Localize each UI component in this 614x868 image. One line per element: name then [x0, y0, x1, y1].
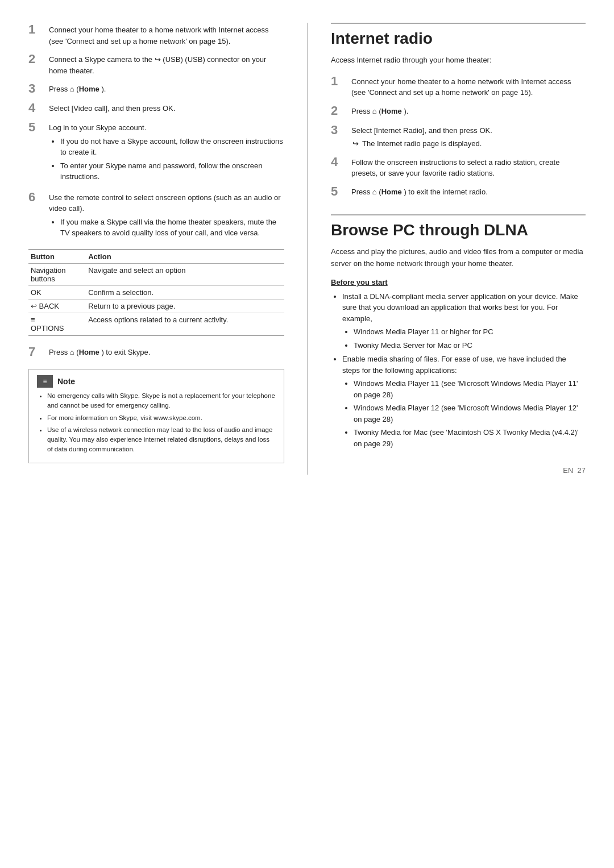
step-3-number: 3 — [28, 82, 44, 95]
note-item: Use of a wireless network connection may… — [47, 425, 276, 455]
browse-sub-item: Windows Media Player 12 (see 'Microsoft … — [354, 402, 586, 425]
table-cell-action: Access options related to a current acti… — [86, 313, 284, 335]
ir-step-3-number: 3 — [331, 123, 347, 137]
note-icon: ≡ — [37, 375, 53, 388]
step-6: 6 Use the remote control to select onscr… — [28, 190, 284, 241]
note-box: ≡ Note No emergency calls with Skype. Sk… — [28, 369, 284, 463]
step-5: 5 Log in to your Skype account. If you d… — [28, 121, 284, 185]
note-list: No emergency calls with Skype. Skype is … — [37, 391, 276, 455]
step-3: 3 Press ⌂ (Home ). — [28, 82, 284, 95]
step-1-content: Connect your home theater to a home netw… — [49, 23, 284, 47]
footer-lang: EN — [563, 466, 573, 475]
step-7-number: 7 — [28, 345, 44, 359]
step-6-content: Use the remote control to select onscree… — [49, 190, 284, 241]
usb-icon: ↪ (USB) — [155, 55, 183, 64]
table-row: Navigationbuttons Navigate and select an… — [28, 263, 284, 285]
step-4: 4 Select [Video call], and then press OK… — [28, 101, 284, 115]
step-4-content: Select [Video call], and then press OK. — [49, 101, 175, 114]
before-start-label: Before you start — [331, 278, 586, 286]
sub-item: To enter your Skype name and password, f… — [60, 160, 284, 182]
step-2-content: Connect a Skype camera to the ↪ (USB) (U… — [49, 52, 284, 76]
ir-step-2: 2 Press ⌂ (Home ). — [331, 104, 586, 118]
right-column: Internet radio Access Internet radio thr… — [307, 23, 586, 475]
left-column: 1 Connect your home theater to a home ne… — [28, 23, 284, 475]
browse-sub-item: Twonky Media for Mac (see 'Macintosh OS … — [354, 427, 586, 449]
internet-radio-steps: 1 Connect your home theater to a home ne… — [331, 74, 586, 198]
table-row: OK Confirm a selection. — [28, 285, 284, 299]
footer-page: 27 — [578, 466, 586, 475]
ir-step-4: 4 Follow the onscreen instructions to se… — [331, 155, 586, 179]
browse-items: Install a DLNA-compliant media server ap… — [331, 291, 586, 450]
ir-step-1-number: 1 — [331, 74, 347, 88]
step-5-sublist: If you do not have a Skype account, foll… — [49, 136, 284, 182]
step-5-content: Log in to your Skype account. If you do … — [49, 121, 284, 185]
table-cell-button: ≡OPTIONS — [28, 313, 86, 335]
note-item: No emergency calls with Skype. Skype is … — [47, 391, 276, 411]
home-icon: ⌂ (Home — [372, 188, 402, 196]
ir-step-5-content: Press ⌂ (Home ) to exit the internet rad… — [351, 185, 488, 198]
home-icon: ⌂ (Home — [372, 107, 402, 115]
browse-sub-items: Windows Media Player 11 (see 'Microsoft … — [342, 378, 586, 449]
sub-item: If you make a Skype calll via the home t… — [60, 217, 284, 239]
ir-step-5-number: 5 — [331, 185, 347, 198]
table-cell-button: Navigationbuttons — [28, 263, 86, 285]
table-cell-button: OK — [28, 285, 86, 299]
internet-radio-desc: Access Internet radio through your home … — [331, 55, 586, 67]
internet-radio-section: Internet radio Access Internet radio thr… — [331, 23, 586, 198]
arrow-icon: ↪ — [352, 138, 359, 149]
table-cell-button: ↩ BACK — [28, 299, 86, 313]
browse-sub-item: Twonky Media Server for Mac or PC — [354, 340, 586, 351]
ir-step-1-content: Connect your home theater to a home netw… — [351, 74, 586, 98]
ir-step-4-content: Follow the onscreen instructions to sele… — [351, 155, 586, 179]
step-2: 2 Connect a Skype camera to the ↪ (USB) … — [28, 52, 284, 76]
table-row: ≡OPTIONS Access options related to a cur… — [28, 313, 284, 335]
browse-item: Enable media sharing of files. For ease … — [342, 354, 586, 449]
step-4-number: 4 — [28, 101, 44, 115]
step-6-number: 6 — [28, 190, 44, 204]
note-header: ≡ Note — [37, 375, 276, 388]
note-label: Note — [57, 376, 75, 388]
step-3-content: Press ⌂ (Home ). — [49, 82, 106, 95]
browse-sub-items: Windows Media Player 11 or higher for PC… — [342, 326, 586, 351]
step-5-number: 5 — [28, 121, 44, 134]
table-row: ↩ BACK Return to a previous page. — [28, 299, 284, 313]
button-action-table: Button Action Navigationbuttons Navigate… — [28, 249, 284, 336]
step-1: 1 Connect your home theater to a home ne… — [28, 23, 284, 47]
ir-step-1: 1 Connect your home theater to a home ne… — [331, 74, 586, 98]
skype-steps: 1 Connect your home theater to a home ne… — [28, 23, 284, 241]
browse-sub-item: Windows Media Player 11 or higher for PC — [354, 326, 586, 338]
step-7: 7 Press ⌂ (Home ) to exit Skype. — [28, 345, 284, 359]
ir-step-3: 3 Select [Internet Radio], and then pres… — [331, 123, 586, 149]
step-2-number: 2 — [28, 52, 44, 66]
step-7-content: Press ⌂ (Home ) to exit Skype. — [49, 345, 150, 358]
table-cell-action: Navigate and select an option — [86, 263, 284, 285]
ir-step-2-number: 2 — [331, 104, 347, 118]
sub-item: If you do not have a Skype account, foll… — [60, 136, 284, 158]
arrow-note: ↪ The Internet radio page is displayed. — [351, 138, 492, 149]
browse-pc-desc: Access and play the pictures, audio and … — [331, 246, 586, 270]
col-action: Action — [86, 250, 284, 264]
browse-pc-section: Browse PC through DLNA Access and play t… — [331, 214, 586, 449]
page-layout: 1 Connect your home theater to a home ne… — [28, 23, 586, 475]
ir-step-4-number: 4 — [331, 155, 347, 169]
step-1-number: 1 — [28, 23, 44, 36]
home-icon: ⌂ (Home — [70, 348, 99, 356]
ir-step-3-content: Select [Internet Radio], and then press … — [351, 123, 492, 149]
ir-step-2-content: Press ⌂ (Home ). — [351, 104, 408, 117]
note-item: For more information on Skype, visit www… — [47, 413, 276, 423]
page-footer: EN 27 — [331, 466, 586, 475]
step-6-sublist: If you make a Skype calll via the home t… — [49, 217, 284, 239]
col-button: Button — [28, 250, 86, 264]
table-cell-action: Return to a previous page. — [86, 299, 284, 313]
browse-item: Install a DLNA-compliant media server ap… — [342, 291, 586, 351]
ir-step-5: 5 Press ⌂ (Home ) to exit the internet r… — [331, 185, 586, 198]
table-cell-action: Confirm a selection. — [86, 285, 284, 299]
browse-pc-title: Browse PC through DLNA — [331, 214, 586, 239]
internet-radio-title: Internet radio — [331, 23, 586, 48]
home-icon: ⌂ (Home — [70, 85, 99, 93]
browse-sub-item: Windows Media Player 11 (see 'Microsoft … — [354, 378, 586, 400]
